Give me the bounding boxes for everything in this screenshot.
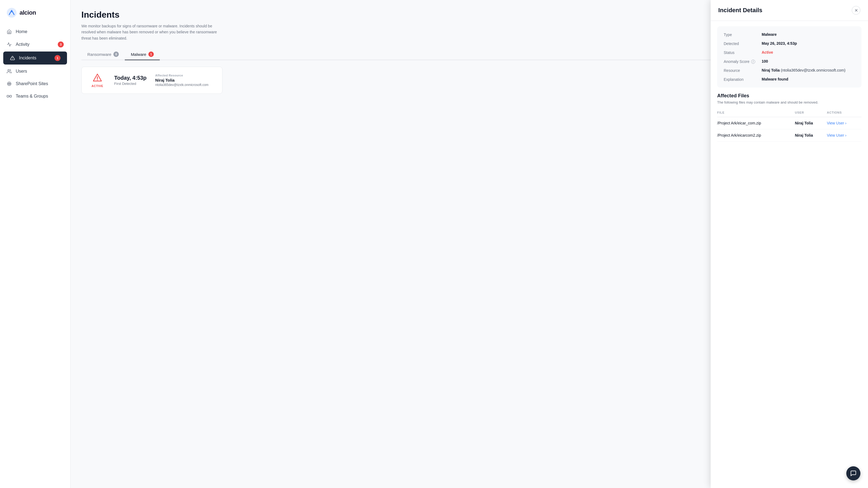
sidebar-item-home[interactable]: Home — [0, 26, 70, 38]
warning-triangle-icon — [93, 73, 102, 83]
sidebar-item-sharepoint-label: SharePoint Sites — [16, 82, 64, 86]
status-key: Status — [724, 50, 762, 55]
table-row: /Project Ark/eicarcom2.zip Niraj Tolia V… — [717, 129, 862, 141]
table-row: /Project Ark/eicar_com.zip Niraj Tolia V… — [717, 117, 862, 129]
detail-type-row: Type Malware — [724, 32, 855, 37]
col-user: USER — [795, 109, 827, 117]
affected-files-title: Affected Files — [717, 93, 862, 99]
type-key: Type — [724, 32, 762, 37]
col-file: FILE — [717, 109, 795, 117]
app-name: alcion — [20, 9, 36, 16]
incident-card[interactable]: ACTIVE Today, 4:53p First Detected Affec… — [82, 67, 222, 94]
file-cell: /Project Ark/eicarcom2.zip — [717, 129, 795, 141]
anomaly-info-icon: i — [751, 60, 755, 64]
user-cell: Niraj Tolia — [795, 117, 827, 129]
detail-detected-row: Detected May 26, 2023, 4:53p — [724, 41, 855, 46]
detected-key: Detected — [724, 41, 762, 46]
explanation-value: Malware found — [762, 77, 788, 82]
anomaly-key: Anomaly Score i — [724, 59, 762, 64]
detail-status-row: Status Active — [724, 50, 855, 55]
incident-resource-label: Affected Resource — [155, 74, 208, 77]
chat-button[interactable] — [846, 466, 860, 480]
status-value: Active — [762, 50, 773, 55]
alert-icon — [10, 55, 15, 61]
ransomware-count: 0 — [113, 52, 119, 57]
explanation-key: Explanation — [724, 77, 762, 82]
panel-header: Incident Details ✕ — [711, 0, 868, 21]
type-value: Malware — [762, 32, 777, 37]
users-icon — [6, 69, 12, 74]
detail-explanation-row: Explanation Malware found — [724, 77, 855, 82]
affected-files-table: FILE USER ACTIONS /Project Ark/eicar_com… — [717, 109, 862, 141]
col-actions: ACTIONS — [827, 109, 862, 117]
activity-badge: 3 — [58, 41, 64, 47]
page-description: We monitor backups for signs of ransomwa… — [82, 23, 222, 41]
sidebar-item-teams-label: Teams & Groups — [16, 94, 64, 99]
home-icon — [6, 29, 12, 34]
close-panel-button[interactable]: ✕ — [852, 6, 860, 14]
table-header-row: FILE USER ACTIONS — [717, 109, 862, 117]
sidebar-item-activity[interactable]: Activity 3 — [0, 38, 70, 51]
incident-time-block: Today, 4:53p First Detected — [114, 75, 147, 86]
chat-icon — [850, 470, 857, 477]
incident-details-block: Type Malware Detected May 26, 2023, 4:53… — [717, 26, 862, 88]
user-cell: Niraj Tolia — [795, 129, 827, 141]
tab-malware[interactable]: Malware 1 — [125, 49, 160, 60]
sharepoint-icon — [6, 81, 12, 87]
incident-resource-name: Niraj Tolia — [155, 78, 208, 83]
detail-anomaly-row: Anomaly Score i 100 — [724, 59, 855, 64]
incident-details-panel: Incident Details ✕ Type Malware Detected… — [711, 0, 868, 488]
resource-value: Niraj Tolia (ntolia365dev@tzxtk.onmicros… — [762, 68, 845, 72]
incident-first-detected: First Detected — [114, 82, 147, 86]
incident-status-label: ACTIVE — [91, 84, 103, 88]
affected-files-section: Affected Files The following files may c… — [711, 93, 868, 148]
sidebar-item-sharepoint[interactable]: SharePoint Sites — [0, 77, 70, 90]
sidebar-item-home-label: Home — [16, 29, 64, 34]
detail-resource-row: Resource Niraj Tolia (ntolia365dev@tzxtk… — [724, 68, 855, 73]
svg-point-0 — [7, 8, 17, 18]
view-user-link[interactable]: View User › — [827, 133, 862, 137]
sidebar-item-activity-label: Activity — [16, 42, 54, 47]
affected-files-description: The following files may contain malware … — [717, 100, 862, 104]
incident-time: Today, 4:53p — [114, 75, 147, 81]
svg-rect-8 — [7, 95, 9, 97]
tab-malware-label: Malware — [131, 52, 146, 57]
sidebar-item-teams[interactable]: Teams & Groups — [0, 90, 70, 102]
sidebar-item-incidents[interactable]: Incidents 1 — [3, 52, 67, 65]
svg-rect-9 — [10, 95, 12, 97]
anomaly-value: 100 — [762, 59, 768, 63]
action-cell: View User › — [827, 117, 862, 129]
view-user-link[interactable]: View User › — [827, 121, 862, 125]
teams-icon — [6, 94, 12, 99]
tab-ransomware-label: Ransomware — [87, 52, 111, 57]
alcion-logo-icon — [6, 8, 17, 18]
panel-title: Incident Details — [718, 7, 763, 14]
sidebar-item-incidents-label: Incidents — [19, 56, 51, 61]
sidebar-item-users[interactable]: Users — [0, 65, 70, 77]
incident-status-block: ACTIVE — [89, 73, 105, 88]
incident-resource-block: Affected Resource Niraj Tolia ntolia365d… — [155, 74, 208, 87]
sidebar: alcion Home Activity 3 Incid — [0, 0, 70, 488]
incidents-badge: 1 — [55, 55, 61, 61]
tab-ransomware[interactable]: Ransomware 0 — [82, 49, 125, 60]
activity-icon — [6, 42, 12, 47]
action-cell: View User › — [827, 129, 862, 141]
malware-count: 1 — [148, 52, 154, 57]
svg-point-4 — [8, 69, 9, 71]
detected-value: May 26, 2023, 4:53p — [762, 41, 797, 45]
logo: alcion — [0, 5, 70, 26]
svg-point-1 — [11, 10, 12, 12]
file-cell: /Project Ark/eicar_com.zip — [717, 117, 795, 129]
svg-point-11 — [97, 80, 98, 80]
incident-resource-email: ntolia365dev@tzxtk.onmicrosoft.com — [155, 83, 208, 87]
sidebar-item-users-label: Users — [16, 69, 64, 74]
resource-key: Resource — [724, 68, 762, 73]
